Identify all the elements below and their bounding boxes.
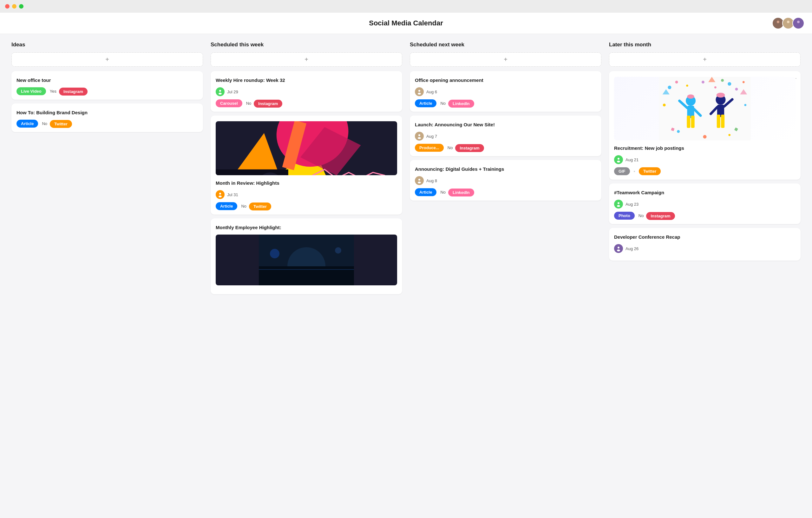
svg-point-41 [743, 81, 745, 83]
card-building-brand: How To: Building Brand Design Article No… [11, 104, 203, 132]
card-meta: Aug 23 [614, 200, 795, 209]
user-avatars [774, 17, 804, 29]
card-title: Developer Conference Recap [614, 234, 795, 240]
card-weekly-hire: Weekly Hire roundup: Week 32 Jul 29 Caro… [211, 71, 402, 112]
card-developer-conference: Developer Conference Recap Aug 26 [609, 228, 801, 261]
column-later-this-month: Later this month + ··· [605, 34, 804, 302]
svg-point-21 [219, 193, 221, 195]
svg-point-37 [675, 81, 678, 83]
svg-point-74 [617, 249, 620, 251]
user-avatar [415, 176, 424, 185]
add-next-week-button[interactable]: + [410, 52, 601, 67]
tag-row: Photo No [614, 212, 644, 220]
close-dot[interactable] [5, 4, 9, 8]
tag-row: Carousel No [216, 99, 251, 107]
svg-rect-53 [691, 115, 695, 128]
svg-point-5 [796, 24, 801, 27]
svg-point-65 [728, 134, 730, 136]
card-title: Month in Review: Highlights [216, 180, 397, 186]
tag-row: Article No [415, 188, 446, 196]
approval-no: No [42, 121, 47, 126]
tag-row: Produce... No [415, 144, 453, 152]
column-header-later: Later this month [609, 42, 801, 48]
card-meta: Aug 21 [614, 155, 795, 164]
tag-article: Article [415, 99, 436, 107]
svg-rect-59 [717, 115, 720, 128]
card-image-art [216, 121, 397, 175]
svg-point-71 [617, 202, 619, 204]
svg-point-31 [418, 134, 420, 136]
tag-twitter: Twitter [50, 120, 72, 128]
svg-point-64 [677, 130, 680, 133]
svg-point-40 [735, 88, 738, 90]
tag-live-video: Live Video [17, 87, 46, 95]
svg-point-50 [687, 94, 694, 99]
card-title: New office tour [17, 77, 198, 83]
tag-linkedin: LinkedIn [448, 100, 474, 108]
card-recruitment: ··· [609, 71, 801, 180]
add-later-button[interactable]: + [609, 52, 801, 67]
tag-linkedin-row: LinkedIn [448, 101, 474, 106]
svg-point-44 [663, 104, 666, 106]
card-title: Launch: Announcing Our New Site! [415, 121, 596, 128]
svg-point-29 [418, 90, 420, 92]
card-meta: Aug 8 [415, 176, 596, 185]
svg-rect-60 [721, 115, 724, 128]
tag-instagram-row: Instagram [254, 101, 282, 106]
card-title: Announcing: Digital Guides + Trainings [415, 166, 596, 172]
tag-linkedin-row: LinkedIn [448, 190, 474, 195]
column-ideas: Ideas + New office tour Live Video Yes I… [8, 34, 207, 302]
card-tags: Article No LinkedIn [415, 188, 596, 196]
tag-row: Article No [17, 120, 47, 128]
tag-carousel: Carousel [216, 99, 242, 107]
card-meta: Aug 26 [614, 244, 795, 253]
user-avatar [614, 244, 623, 253]
tag-twitter-row: Twitter [50, 121, 72, 127]
tag-row: GIF Twitter [614, 167, 661, 175]
svg-point-72 [617, 205, 620, 207]
card-date: Aug 6 [426, 89, 437, 94]
tag-instagram: Instagram [59, 88, 88, 96]
card-date: Aug 8 [426, 179, 437, 183]
svg-point-7 [219, 93, 222, 94]
tag-instagram: Instagram [254, 100, 282, 108]
svg-point-42 [721, 79, 724, 82]
card-date: Jul 31 [227, 192, 238, 197]
user-avatar [415, 87, 424, 96]
card-date: Aug 23 [626, 202, 638, 207]
svg-point-2 [787, 21, 789, 23]
card-launch-new-site: Launch: Announcing Our New Site! Aug 7 P… [410, 115, 601, 156]
svg-point-1 [776, 24, 780, 27]
svg-point-57 [717, 93, 725, 98]
card-title: How To: Building Brand Design [17, 109, 198, 116]
svg-point-63 [702, 81, 704, 83]
column-scheduled-this-week: Scheduled this week + Weekly Hire roundu… [207, 34, 406, 302]
user-avatar [216, 190, 225, 199]
tag-article: Article [216, 202, 237, 210]
svg-point-70 [617, 161, 620, 163]
approval-yes: Yes [50, 89, 56, 93]
svg-rect-14 [216, 169, 288, 175]
add-this-week-button[interactable]: + [211, 52, 402, 67]
add-idea-button[interactable]: + [11, 52, 203, 67]
card-meta: Aug 6 [415, 87, 596, 96]
user-avatar [614, 155, 623, 164]
card-date: Aug 7 [426, 134, 437, 139]
card-office-opening: Office opening announcement Aug 6 Articl… [410, 71, 601, 112]
column-header-this-week: Scheduled this week [211, 42, 402, 48]
card-tags: Produce... No Instagram [415, 144, 596, 152]
card-tags: GIF Twitter [614, 167, 795, 175]
card-meta: Jul 29 [216, 87, 397, 96]
user-avatar [614, 200, 623, 209]
tag-instagram-row: Instagram [59, 88, 88, 94]
column-scheduled-next-week: Scheduled next week + Office opening ann… [406, 34, 605, 302]
maximize-dot[interactable] [19, 4, 24, 8]
card-new-office-tour: New office tour Live Video Yes Instagram [11, 71, 203, 100]
svg-point-69 [617, 158, 619, 160]
minimize-dot[interactable] [12, 4, 17, 8]
card-monthly-employee: Monthly Employee Highlight: [211, 218, 402, 294]
tag-row: Article No [216, 202, 246, 210]
svg-point-26 [270, 249, 280, 258]
svg-point-6 [219, 90, 221, 92]
approval-no: No [246, 101, 252, 106]
